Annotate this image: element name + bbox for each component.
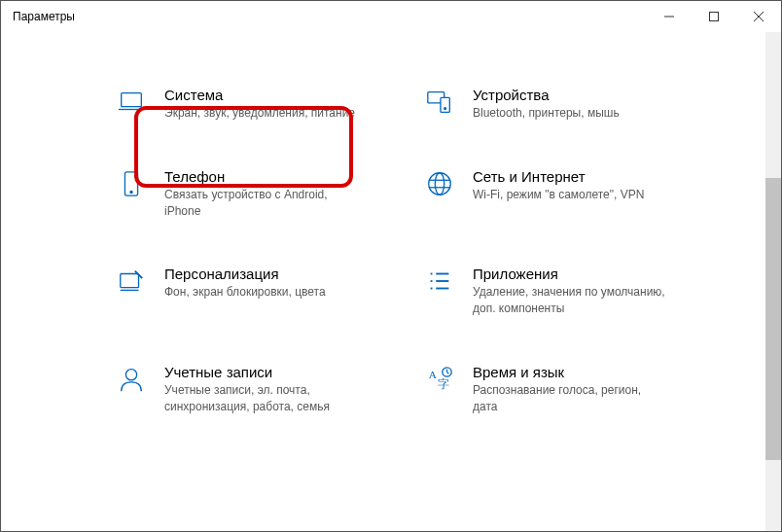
- tile-desc: Экран, звук, уведомления, питание: [164, 105, 359, 122]
- accounts-icon: [116, 364, 147, 395]
- svg-rect-15: [121, 274, 139, 288]
- devices-icon: [424, 87, 455, 118]
- svg-point-8: [444, 108, 446, 110]
- tile-phone[interactable]: Телефон Связать устройство с Android, iP…: [116, 168, 405, 220]
- personalization-icon: [116, 266, 147, 297]
- tile-desc: Bluetooth, принтеры, мышь: [473, 105, 667, 122]
- svg-line-29: [447, 372, 449, 373]
- tile-apps[interactable]: Приложения Удаление, значения по умолчан…: [424, 266, 713, 317]
- scrollbar-thumb[interactable]: [765, 178, 781, 460]
- svg-point-12: [435, 173, 444, 195]
- svg-text:字: 字: [438, 377, 449, 391]
- close-button[interactable]: [736, 1, 781, 32]
- tile-accounts[interactable]: Учетные записи Учетные записи, эл. почта…: [116, 364, 405, 415]
- svg-point-10: [130, 191, 132, 193]
- tile-title: Персонализация: [164, 266, 405, 282]
- settings-grid: Система Экран, звук, уведомления, питани…: [1, 32, 781, 415]
- tile-title: Телефон: [164, 168, 405, 185]
- tile-system[interactable]: Система Экран, звук, уведомления, питани…: [116, 87, 405, 122]
- svg-rect-1: [710, 13, 719, 21]
- svg-point-11: [429, 173, 451, 195]
- tile-desc: Фон, экран блокировки, цвета: [164, 284, 359, 301]
- tile-title: Система: [164, 87, 405, 103]
- titlebar: Параметры: [1, 1, 781, 32]
- tile-network[interactable]: Сеть и Интернет Wi-Fi, режим "в самолете…: [424, 168, 713, 220]
- window-title: Параметры: [13, 10, 75, 23]
- svg-rect-4: [122, 93, 142, 107]
- globe-icon: [424, 168, 455, 199]
- apps-icon: [424, 266, 455, 297]
- laptop-icon: [116, 87, 147, 118]
- tile-title: Время и язык: [473, 364, 713, 380]
- tile-desc: Wi-Fi, режим "в самолете", VPN: [473, 187, 667, 203]
- tile-devices[interactable]: Устройства Bluetooth, принтеры, мышь: [424, 87, 713, 122]
- tile-desc: Связать устройство с Android, iPhone: [164, 187, 359, 220]
- maximize-button[interactable]: [692, 1, 736, 32]
- svg-text:A: A: [429, 369, 438, 380]
- tile-desc: Удаление, значения по умолчанию, доп. ко…: [473, 284, 667, 317]
- minimize-button[interactable]: [647, 1, 692, 32]
- tile-title: Учетные записи: [164, 364, 405, 380]
- tile-personalization[interactable]: Персонализация Фон, экран блокировки, цв…: [116, 266, 405, 317]
- tile-desc: Учетные записи, эл. почта, синхронизация…: [164, 382, 359, 415]
- tile-time[interactable]: A字 Время и язык Распознавание голоса, ре…: [424, 364, 713, 415]
- svg-point-24: [125, 370, 136, 380]
- content-area: Система Экран, звук, уведомления, питани…: [1, 32, 781, 531]
- tile-title: Устройства: [473, 87, 713, 103]
- tile-title: Приложения: [473, 266, 713, 282]
- window-controls: [647, 1, 781, 32]
- scrollbar-track[interactable]: [765, 32, 781, 531]
- phone-icon: [116, 168, 147, 199]
- time-language-icon: A字: [424, 364, 455, 395]
- tile-desc: Распознавание голоса, регион, дата: [473, 382, 667, 415]
- tile-title: Сеть и Интернет: [473, 168, 713, 185]
